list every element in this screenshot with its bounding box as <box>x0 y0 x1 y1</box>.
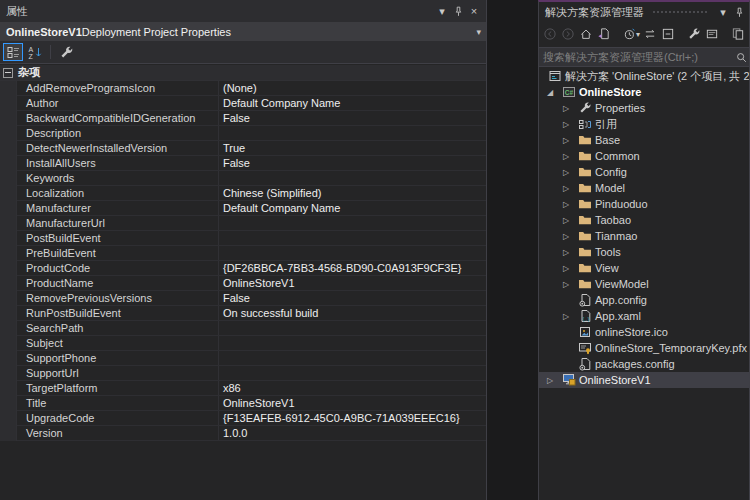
expander-icon[interactable]: ▷ <box>563 184 577 193</box>
tree-item-properties[interactable]: ▷Properties <box>539 100 749 116</box>
categorized-button[interactable] <box>3 43 23 61</box>
property-row-ProductCode[interactable]: ProductCode{DF26BBCA-7BB3-4568-BD90-C0A9… <box>0 261 486 276</box>
tree-item-pinduoduo[interactable]: ▷Pinduoduo <box>539 196 749 212</box>
pending-changes-filter-button[interactable]: ▾ <box>622 25 640 43</box>
property-value[interactable]: {DF26BBCA-7BB3-4568-BD90-C0A913F9CF3E} <box>218 261 486 275</box>
property-value[interactable]: OnlineStoreV1 <box>218 276 486 290</box>
expander-icon[interactable]: ▷ <box>563 120 577 129</box>
property-value[interactable] <box>218 246 486 260</box>
tree-item-packages.config[interactable]: packages.config <box>539 356 749 372</box>
property-value[interactable]: False <box>218 156 486 170</box>
tree-item-model[interactable]: ▷Model <box>539 180 749 196</box>
expander-icon[interactable]: ▷ <box>563 312 577 321</box>
property-value[interactable]: OnlineStoreV1 <box>218 396 486 410</box>
tree-item-onlinestore.ico[interactable]: onlineStore.ico <box>539 324 749 340</box>
property-row-InstallAllUsers[interactable]: InstallAllUsersFalse <box>0 156 486 171</box>
chevron-down-icon[interactable]: ▾ <box>636 30 640 39</box>
pin-icon[interactable] <box>450 3 466 19</box>
tree-item-taobao[interactable]: ▷Taobao <box>539 212 749 228</box>
property-pages-button[interactable] <box>56 43 76 61</box>
expander-icon[interactable]: ▷ <box>563 136 577 145</box>
alphabetical-sort-button[interactable]: AZ <box>25 43 45 61</box>
property-row-PreBuildEvent[interactable]: PreBuildEvent <box>0 246 486 261</box>
solution-search-box[interactable] <box>539 47 749 67</box>
property-row-AddRemoveProgramsIcon[interactable]: AddRemoveProgramsIcon(None) <box>0 81 486 96</box>
expander-icon[interactable]: ▷ <box>563 104 577 113</box>
property-row-Subject[interactable]: Subject <box>0 336 486 351</box>
drag-grip[interactable] <box>652 10 707 15</box>
property-value[interactable]: Chinese (Simplified) <box>218 186 486 200</box>
property-value[interactable]: 1.0.0 <box>218 426 486 440</box>
expander-icon[interactable]: ▷ <box>563 248 577 257</box>
property-row-SupportUrl[interactable]: SupportUrl <box>0 366 486 381</box>
tree-item-app.xaml[interactable]: ▷{..}App.xaml <box>539 308 749 324</box>
property-value[interactable] <box>218 171 486 185</box>
property-value[interactable]: Default Company Name <box>218 96 486 110</box>
expander-icon[interactable]: ▷ <box>563 264 577 273</box>
expander-icon[interactable]: ▷ <box>547 376 561 385</box>
pin-icon[interactable] <box>731 4 747 20</box>
window-menu-icon[interactable]: ▾ <box>434 3 450 19</box>
property-value[interactable]: False <box>218 111 486 125</box>
expander-icon[interactable]: ◢ <box>547 88 561 97</box>
tree-item-onlinestorev1[interactable]: ▷OnlineStoreV1 <box>539 372 749 388</box>
tree-item-view[interactable]: ▷View <box>539 260 749 276</box>
property-value[interactable] <box>218 216 486 230</box>
property-row-RunPostBuildEvent[interactable]: RunPostBuildEventOn successful build <box>0 306 486 321</box>
properties-titlebar[interactable]: 属性 ▾ × <box>0 0 486 22</box>
responsive-document-button[interactable] <box>596 25 612 43</box>
property-value[interactable]: On successful build <box>218 306 486 320</box>
property-value[interactable] <box>218 351 486 365</box>
switch-views-button[interactable] <box>642 25 658 43</box>
property-row-SearchPath[interactable]: SearchPath <box>0 321 486 336</box>
expander-icon[interactable]: ▷ <box>563 152 577 161</box>
property-row-BackwardCompatibleIDGeneration[interactable]: BackwardCompatibleIDGenerationFalse <box>0 111 486 126</box>
property-value[interactable] <box>218 366 486 380</box>
property-value[interactable]: (None) <box>218 81 486 95</box>
property-row-ProductName[interactable]: ProductNameOnlineStoreV1 <box>0 276 486 291</box>
tree-item-onlinestore_temporarykey.pfx[interactable]: OnlineStore_TemporaryKey.pfx <box>539 340 749 356</box>
category-row-misc[interactable]: 杂项 <box>0 65 486 81</box>
search-icon[interactable] <box>733 51 749 64</box>
property-value[interactable]: False <box>218 291 486 305</box>
property-value[interactable]: x86 <box>218 381 486 395</box>
collapse-all-button[interactable] <box>660 25 676 43</box>
property-row-UpgradeCode[interactable]: UpgradeCode{F13EAFEB-6912-45C0-A9BC-71A0… <box>0 411 486 426</box>
property-value[interactable]: {F13EAFEB-6912-45C0-A9BC-71A039EEEC16} <box>218 411 486 425</box>
search-input[interactable] <box>539 51 733 63</box>
property-row-Author[interactable]: AuthorDefault Company Name <box>0 96 486 111</box>
property-row-RemovePreviousVersions[interactable]: RemovePreviousVersionsFalse <box>0 291 486 306</box>
property-value[interactable]: Default Company Name <box>218 201 486 215</box>
tree-item-app.config[interactable]: App.config <box>539 292 749 308</box>
property-value[interactable]: True <box>218 141 486 155</box>
home-button[interactable] <box>578 25 594 43</box>
solution-explorer-titlebar[interactable]: 解决方案资源管理器 ▾ <box>539 2 749 22</box>
property-value[interactable] <box>218 231 486 245</box>
property-row-SupportPhone[interactable]: SupportPhone <box>0 351 486 366</box>
property-row-ManufacturerUrl[interactable]: ManufacturerUrl <box>0 216 486 231</box>
preview-selected-button[interactable] <box>704 25 720 43</box>
property-row-PostBuildEvent[interactable]: PostBuildEvent <box>0 231 486 246</box>
expander-icon[interactable]: ▷ <box>563 216 577 225</box>
property-value[interactable] <box>218 126 486 140</box>
properties-wrench-button[interactable] <box>686 25 702 43</box>
property-row-TargetPlatform[interactable]: TargetPlatformx86 <box>0 381 486 396</box>
tree-item-common[interactable]: ▷Common <box>539 148 749 164</box>
property-row-Localization[interactable]: LocalizationChinese (Simplified) <box>0 186 486 201</box>
expander-icon[interactable]: ▷ <box>563 280 577 289</box>
property-row-DetectNewerInstalledVersion[interactable]: DetectNewerInstalledVersionTrue <box>0 141 486 156</box>
property-row-Description[interactable]: Description <box>0 126 486 141</box>
tree-item-onlinestore[interactable]: ◢C#OnlineStore <box>539 84 749 100</box>
tree-item-tianmao[interactable]: ▷Tianmao <box>539 228 749 244</box>
tree-item-config[interactable]: ▷Config <box>539 164 749 180</box>
tree-item-base[interactable]: ▷Base <box>539 132 749 148</box>
property-value[interactable] <box>218 336 486 350</box>
expander-icon[interactable]: ▷ <box>563 168 577 177</box>
object-selector-dropdown[interactable]: OnlineStoreV1 Deployment Project Propert… <box>0 22 486 41</box>
sync-active-document-button[interactable] <box>730 25 746 43</box>
property-row-Manufacturer[interactable]: ManufacturerDefault Company Name <box>0 201 486 216</box>
tree-item-引用[interactable]: ▷引用 <box>539 116 749 132</box>
tree-item-viewmodel[interactable]: ▷ViewModel <box>539 276 749 292</box>
property-row-Version[interactable]: Version1.0.0 <box>0 426 486 441</box>
expander-icon[interactable]: ▷ <box>563 232 577 241</box>
